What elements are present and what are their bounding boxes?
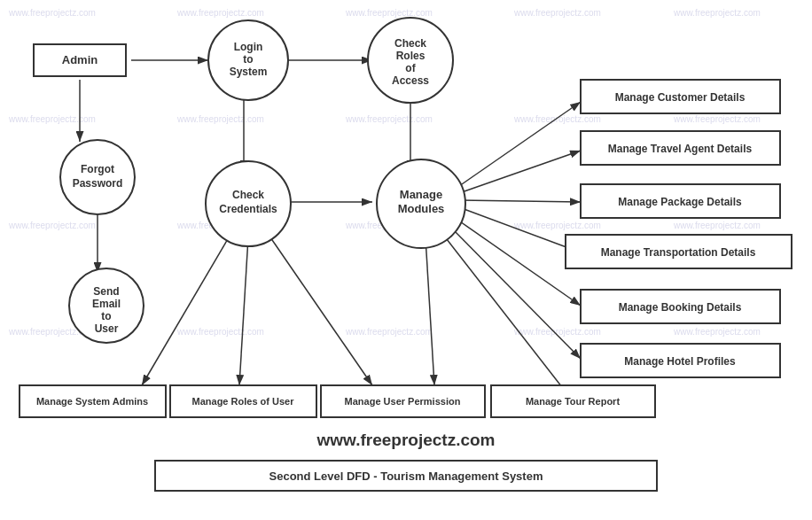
svg-text:User: User xyxy=(95,322,119,335)
svg-text:www.freeprojectz.com: www.freeprojectz.com xyxy=(345,114,433,124)
login-label: Login xyxy=(234,41,263,53)
manage-package-label: Manage Package Details xyxy=(618,196,742,208)
svg-text:www.freeprojectz.com: www.freeprojectz.com xyxy=(345,327,433,337)
manage-modules-label: Manage xyxy=(400,188,442,201)
svg-text:www.freeprojectz.com: www.freeprojectz.com xyxy=(513,114,601,124)
svg-line-38 xyxy=(426,237,434,385)
svg-text:of: of xyxy=(405,62,416,74)
svg-text:to: to xyxy=(243,53,253,66)
svg-line-33 xyxy=(459,200,581,202)
dfd-diagram: www.freeprojectz.com www.freeprojectz.co… xyxy=(0,0,812,520)
svg-text:www.freeprojectz.com: www.freeprojectz.com xyxy=(8,8,96,18)
svg-text:www.freeprojectz.com: www.freeprojectz.com xyxy=(345,8,433,18)
diagram-container: www.freeprojectz.com www.freeprojectz.co… xyxy=(0,0,812,520)
check-cred-label: Check xyxy=(232,189,264,201)
svg-line-30 xyxy=(270,237,372,385)
diagram-title: Second Level DFD - Tourism Management Sy… xyxy=(269,470,543,483)
svg-text:Credentials: Credentials xyxy=(219,203,277,215)
svg-text:www.freeprojectz.com: www.freeprojectz.com xyxy=(673,221,761,230)
manage-user-perm-label: Manage User Permission xyxy=(345,396,461,407)
website-text: www.freeprojectz.com xyxy=(316,431,496,449)
svg-line-28 xyxy=(142,237,229,385)
svg-text:www.freeprojectz.com: www.freeprojectz.com xyxy=(176,8,264,18)
svg-text:to: to xyxy=(101,310,111,322)
svg-text:Password: Password xyxy=(73,177,123,190)
svg-text:www.freeprojectz.com: www.freeprojectz.com xyxy=(513,8,601,18)
svg-text:Modules: Modules xyxy=(398,202,445,215)
manage-travel-agent-label: Manage Travel Agent Details xyxy=(608,143,753,155)
svg-line-37 xyxy=(443,235,574,403)
svg-text:www.freeprojectz.com: www.freeprojectz.com xyxy=(513,221,601,230)
svg-text:www.freeprojectz.com: www.freeprojectz.com xyxy=(673,8,761,18)
manage-transport-label: Manage Transportation Details xyxy=(601,246,756,259)
manage-customer-label: Manage Customer Details xyxy=(615,91,746,104)
svg-text:www.freeprojectz.com: www.freeprojectz.com xyxy=(673,114,761,124)
svg-text:Access: Access xyxy=(392,74,429,87)
manage-hotel-label: Manage Hotel Profiles xyxy=(624,355,736,368)
manage-tour-label: Manage Tour Report xyxy=(526,396,620,407)
svg-text:System: System xyxy=(230,66,268,78)
check-roles-label: Check xyxy=(394,37,426,50)
svg-text:Email: Email xyxy=(92,298,121,310)
svg-line-32 xyxy=(459,151,581,193)
forgot-pwd-label: Forgot xyxy=(81,163,114,175)
svg-text:www.freeprojectz.com: www.freeprojectz.com xyxy=(8,114,96,124)
manage-roles-label: Manage Roles of User xyxy=(192,396,295,407)
svg-text:Roles: Roles xyxy=(396,50,426,62)
svg-line-29 xyxy=(239,237,248,385)
svg-text:www.freeprojectz.com: www.freeprojectz.com xyxy=(673,327,761,337)
send-email-label: Send xyxy=(93,285,119,298)
admin-label: Admin xyxy=(62,53,98,66)
svg-text:www.freeprojectz.com: www.freeprojectz.com xyxy=(176,327,264,337)
manage-booking-label: Manage Booking Details xyxy=(619,301,742,314)
manage-sys-admins-label: Manage System Admins xyxy=(36,396,148,407)
svg-line-35 xyxy=(457,220,581,306)
svg-text:www.freeprojectz.com: www.freeprojectz.com xyxy=(8,221,96,230)
svg-line-36 xyxy=(452,229,581,359)
svg-text:www.freeprojectz.com: www.freeprojectz.com xyxy=(176,114,264,124)
